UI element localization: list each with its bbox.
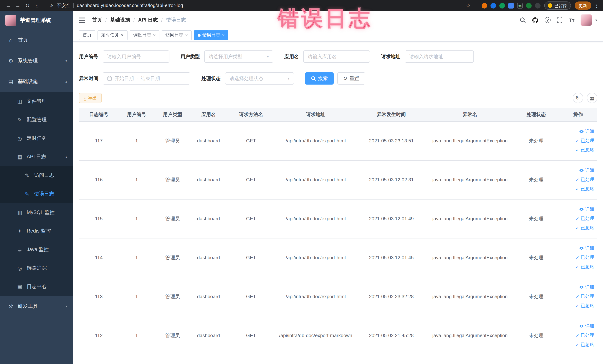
close-icon[interactable]: × xyxy=(153,33,156,37)
font-size-icon[interactable]: TT xyxy=(569,17,574,23)
sidebar-item-label: API 日志 xyxy=(27,153,65,160)
column-header: 用户类型 xyxy=(155,108,191,121)
tab-access-log[interactable]: 访问日志 × xyxy=(162,30,191,40)
close-icon[interactable]: × xyxy=(185,33,188,37)
cell-actions: 详细 ✓ 已处理 ✓ 已忽略 xyxy=(559,121,597,160)
sidebar-item-scheduled-tasks[interactable]: ◷ 定时任务 xyxy=(0,129,73,148)
sidebar-item-redis-monitor[interactable]: ✦ Redis 监控 xyxy=(0,222,73,240)
sidebar-item-error-log[interactable]: ✎ 错误日志 xyxy=(0,185,73,203)
export-button[interactable]: ↓ 导出 xyxy=(79,93,102,103)
detail-link[interactable]: 详细 xyxy=(559,127,594,136)
sidebar-item-access-log[interactable]: ✎ 访问日志 xyxy=(0,166,73,185)
user-id-input[interactable]: 请输入用户编号 xyxy=(103,50,169,63)
tab-home[interactable]: 首页 xyxy=(79,30,95,40)
mark-processed-link[interactable]: ✓ 已处理 xyxy=(559,331,594,340)
tab-schedule-log[interactable]: 调度日志 × xyxy=(129,30,159,40)
gear-icon: ⚙ xyxy=(7,58,14,64)
sidebar-item-java-monitor[interactable]: ☕ Java 监控 xyxy=(0,240,73,259)
detail-link[interactable]: 详细 xyxy=(559,205,594,214)
security-label: 不安全 xyxy=(57,2,71,9)
mark-ignored-link[interactable]: ✓ 已忽略 xyxy=(559,340,594,349)
mark-ignored-link[interactable]: ✓ 已忽略 xyxy=(559,145,594,155)
forward-icon[interactable]: → xyxy=(13,1,22,10)
mark-processed-link[interactable]: ✓ 已处理 xyxy=(559,292,594,301)
close-icon[interactable]: × xyxy=(222,33,225,37)
ignored-link-label: 已忽略 xyxy=(581,303,594,309)
edit-icon: ✎ xyxy=(16,117,23,123)
collapse-sidebar-button[interactable] xyxy=(79,17,85,23)
detail-link[interactable]: 详细 xyxy=(559,166,594,175)
date-range-input[interactable]: 开始日期 - 结束日期 xyxy=(103,72,190,84)
browser-update-button[interactable]: 更新 xyxy=(574,1,591,10)
breadcrumb-item[interactable]: API 日志 xyxy=(138,17,158,23)
search-button[interactable]: 搜索 xyxy=(305,72,334,84)
sidebar-item-dev-tools[interactable]: ⚒ 研发工具 ▾ xyxy=(0,296,73,317)
tab-scheduled-tasks[interactable]: 定时任务 × xyxy=(97,30,127,40)
extension-icon[interactable] xyxy=(535,3,541,8)
tab-error-log[interactable]: 错误日志 × xyxy=(194,30,229,40)
sidebar-item-log-center[interactable]: ▣ 日志中心 xyxy=(0,277,73,296)
mark-ignored-link[interactable]: ✓ 已忽略 xyxy=(559,223,594,233)
column-settings-button[interactable]: ▦ xyxy=(587,93,597,103)
sidebar-item-home[interactable]: ⌂ 首页 xyxy=(0,30,73,50)
logo-image xyxy=(5,15,16,26)
check-icon: ✓ xyxy=(576,138,579,143)
detail-link[interactable]: 详细 xyxy=(559,244,594,253)
browser-home-icon[interactable]: ⌂ xyxy=(33,1,42,10)
extension-icon[interactable] xyxy=(526,3,532,8)
back-icon[interactable]: ← xyxy=(4,1,13,10)
bookmark-star-icon[interactable]: ☆ xyxy=(466,3,470,9)
chevron-down-icon: ▾ xyxy=(65,59,67,63)
sidebar-item-config-management[interactable]: ✎ 配置管理 xyxy=(0,110,73,129)
warning-icon: ⚠ xyxy=(50,3,54,8)
sidebar-item-api-log[interactable]: ▦ API 日志 ▴ xyxy=(0,148,73,166)
paused-badge[interactable]: 已暂停 xyxy=(544,1,571,10)
sidebar-item-trace[interactable]: ◎ 链路追踪 xyxy=(0,259,73,277)
extension-icon[interactable] xyxy=(490,3,496,8)
user-type-select[interactable]: 请选择用户类型 ▾ xyxy=(204,50,273,63)
cell-log-id: 116 xyxy=(79,160,119,199)
mark-processed-link[interactable]: ✓ 已处理 xyxy=(559,253,594,262)
reload-icon[interactable]: ↻ xyxy=(23,1,32,10)
detail-link[interactable]: 详细 xyxy=(559,282,594,292)
close-icon[interactable]: × xyxy=(121,33,124,37)
avatar[interactable] xyxy=(581,14,592,26)
refresh-button[interactable]: ↻ xyxy=(573,93,583,103)
mark-ignored-link[interactable]: ✓ 已忽略 xyxy=(559,184,594,194)
cell-process-status: 未处理 xyxy=(513,316,559,355)
java-icon: ☕ xyxy=(16,247,23,253)
mark-processed-link[interactable]: ✓ 已处理 xyxy=(559,136,594,145)
processed-link-label: 已处理 xyxy=(581,138,594,144)
mark-ignored-link[interactable]: ✓ 已忽略 xyxy=(559,262,594,271)
sidebar-item-label: 链路追踪 xyxy=(27,265,67,271)
sidebar-item-mysql-monitor[interactable]: ▥ MySQL 监控 xyxy=(0,203,73,222)
process-status-select[interactable]: 请选择处理状态 ▾ xyxy=(225,72,294,84)
address-bar[interactable]: ⚠ 不安全 dashboard.yudao.iocoder.cn/infra/l… xyxy=(45,1,475,10)
fullscreen-icon[interactable] xyxy=(557,17,562,23)
sidebar-item-system-management[interactable]: ⚙ 系统管理 ▾ xyxy=(0,50,73,71)
sidebar-item-infrastructure[interactable]: ▤ 基础设施 ▴ xyxy=(0,71,73,92)
app-name-input[interactable]: 请输入应用名 xyxy=(303,50,370,63)
extension-on-badge[interactable]: on xyxy=(517,3,523,8)
breadcrumb-item[interactable]: 基础设施 xyxy=(110,17,130,23)
search-icon[interactable] xyxy=(520,17,526,23)
browser-menu-icon[interactable]: ⋮ xyxy=(594,3,599,9)
filter-request-url: 请求地址 请输入请求地址 xyxy=(381,50,474,63)
extension-icon[interactable] xyxy=(508,3,514,8)
reset-button[interactable]: ↻ 重置 xyxy=(337,72,365,84)
extension-icon[interactable] xyxy=(499,3,505,8)
mark-processed-link[interactable]: ✓ 已处理 xyxy=(559,175,594,184)
mark-ignored-link[interactable]: ✓ 已忽略 xyxy=(559,301,594,310)
sidebar-item-file-management[interactable]: ◫ 文件管理 xyxy=(0,92,73,110)
cell-method: GET xyxy=(227,316,276,355)
extension-icon[interactable] xyxy=(482,3,487,8)
mark-processed-link[interactable]: ✓ 已处理 xyxy=(559,214,594,223)
placeholder: 请输入应用名 xyxy=(308,53,337,60)
detail-link[interactable]: 详细 xyxy=(559,322,594,331)
help-icon[interactable]: ? xyxy=(545,17,551,23)
breadcrumb-item[interactable]: 首页 xyxy=(92,17,102,23)
app-logo[interactable]: 芋道管理系统 xyxy=(0,11,73,30)
search-button-label: 搜索 xyxy=(318,75,328,82)
github-icon[interactable] xyxy=(532,17,538,23)
request-url-input[interactable]: 请输入请求地址 xyxy=(405,50,474,63)
